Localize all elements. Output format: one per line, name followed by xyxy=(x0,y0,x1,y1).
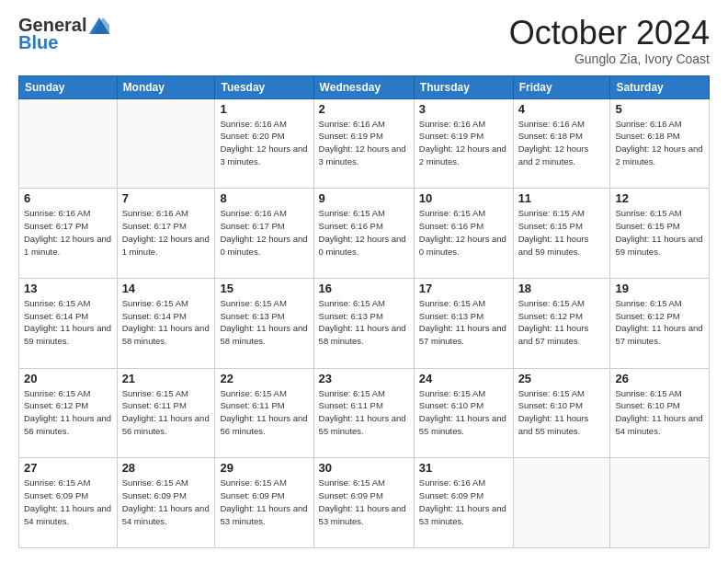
day-info: Sunrise: 6:16 AMSunset: 6:18 PMDaylight:… xyxy=(615,118,704,168)
day-number: 22 xyxy=(220,372,308,385)
day-number: 21 xyxy=(122,372,210,385)
logo-blue: Blue xyxy=(18,32,58,53)
calendar-week-5: 27Sunrise: 6:15 AMSunset: 6:09 PMDayligh… xyxy=(19,458,710,548)
day-number: 18 xyxy=(518,282,606,295)
day-info: Sunrise: 6:15 AMSunset: 6:13 PMDaylight:… xyxy=(319,297,409,348)
day-number: 19 xyxy=(615,282,704,295)
calendar-cell: 16Sunrise: 6:15 AMSunset: 6:13 PMDayligh… xyxy=(313,278,414,368)
day-info: Sunrise: 6:16 AMSunset: 6:17 PMDaylight:… xyxy=(24,207,112,258)
day-info: Sunrise: 6:15 AMSunset: 6:13 PMDaylight:… xyxy=(419,297,508,348)
calendar-cell: 4Sunrise: 6:16 AMSunset: 6:18 PMDaylight… xyxy=(513,98,610,189)
calendar-cell: 20Sunrise: 6:15 AMSunset: 6:12 PMDayligh… xyxy=(19,368,118,458)
calendar-cell: 28Sunrise: 6:15 AMSunset: 6:09 PMDayligh… xyxy=(117,458,215,548)
day-number: 16 xyxy=(319,282,409,295)
day-info: Sunrise: 6:16 AMSunset: 6:18 PMDaylight:… xyxy=(518,118,606,168)
day-number: 10 xyxy=(419,191,508,205)
day-info: Sunrise: 6:15 AMSunset: 6:16 PMDaylight:… xyxy=(419,207,508,258)
day-info: Sunrise: 6:15 AMSunset: 6:11 PMDaylight:… xyxy=(319,387,409,438)
calendar-cell: 3Sunrise: 6:16 AMSunset: 6:19 PMDaylight… xyxy=(414,98,513,189)
calendar-table: SundayMondayTuesdayWednesdayThursdayFrid… xyxy=(18,75,710,548)
calendar-cell: 2Sunrise: 6:16 AMSunset: 6:19 PMDaylight… xyxy=(313,98,414,189)
day-number: 4 xyxy=(518,102,606,116)
calendar-cell: 10Sunrise: 6:15 AMSunset: 6:16 PMDayligh… xyxy=(414,189,513,279)
day-number: 24 xyxy=(419,372,508,385)
calendar-cell: 24Sunrise: 6:15 AMSunset: 6:10 PMDayligh… xyxy=(414,368,513,458)
calendar-cell: 8Sunrise: 6:16 AMSunset: 6:17 PMDaylight… xyxy=(215,189,313,279)
day-number: 5 xyxy=(615,102,704,116)
day-number: 15 xyxy=(220,282,308,295)
day-number: 27 xyxy=(24,461,112,475)
day-info: Sunrise: 6:15 AMSunset: 6:10 PMDaylight:… xyxy=(518,387,606,438)
day-info: Sunrise: 6:15 AMSunset: 6:10 PMDaylight:… xyxy=(615,387,704,438)
day-info: Sunrise: 6:16 AMSunset: 6:19 PMDaylight:… xyxy=(419,118,508,168)
calendar-header: SundayMondayTuesdayWednesdayThursdayFrid… xyxy=(19,75,710,98)
day-number: 23 xyxy=(319,372,409,385)
day-number: 11 xyxy=(518,191,606,205)
calendar-cell: 27Sunrise: 6:15 AMSunset: 6:09 PMDayligh… xyxy=(19,458,118,548)
day-header-wednesday: Wednesday xyxy=(313,75,414,98)
calendar-week-4: 20Sunrise: 6:15 AMSunset: 6:12 PMDayligh… xyxy=(19,368,710,458)
day-info: Sunrise: 6:15 AMSunset: 6:16 PMDaylight:… xyxy=(319,207,409,258)
day-info: Sunrise: 6:15 AMSunset: 6:11 PMDaylight:… xyxy=(220,387,308,438)
calendar-cell xyxy=(513,458,610,548)
day-info: Sunrise: 6:15 AMSunset: 6:11 PMDaylight:… xyxy=(122,387,210,438)
day-number: 1 xyxy=(220,102,308,116)
calendar-week-2: 6Sunrise: 6:16 AMSunset: 6:17 PMDaylight… xyxy=(19,189,710,279)
day-info: Sunrise: 6:15 AMSunset: 6:12 PMDaylight:… xyxy=(615,297,704,348)
calendar-cell: 31Sunrise: 6:16 AMSunset: 6:09 PMDayligh… xyxy=(414,458,513,548)
calendar-week-3: 13Sunrise: 6:15 AMSunset: 6:14 PMDayligh… xyxy=(19,278,710,368)
calendar-cell: 12Sunrise: 6:15 AMSunset: 6:15 PMDayligh… xyxy=(610,189,710,279)
title-area: October 2024 Gunglo Zia, Ivory Coast xyxy=(509,15,710,66)
day-info: Sunrise: 6:15 AMSunset: 6:14 PMDaylight:… xyxy=(24,297,112,348)
calendar-cell: 26Sunrise: 6:15 AMSunset: 6:10 PMDayligh… xyxy=(610,368,710,458)
calendar-cell xyxy=(117,98,215,189)
calendar-cell: 13Sunrise: 6:15 AMSunset: 6:14 PMDayligh… xyxy=(19,278,118,368)
day-number: 20 xyxy=(24,372,112,385)
location: Gunglo Zia, Ivory Coast xyxy=(509,52,710,66)
calendar-week-1: 1Sunrise: 6:16 AMSunset: 6:20 PMDaylight… xyxy=(19,98,710,189)
day-info: Sunrise: 6:16 AMSunset: 6:19 PMDaylight:… xyxy=(319,118,409,168)
calendar-cell: 17Sunrise: 6:15 AMSunset: 6:13 PMDayligh… xyxy=(414,278,513,368)
day-info: Sunrise: 6:15 AMSunset: 6:09 PMDaylight:… xyxy=(319,477,409,527)
day-info: Sunrise: 6:15 AMSunset: 6:12 PMDaylight:… xyxy=(24,387,112,438)
calendar-body: 1Sunrise: 6:16 AMSunset: 6:20 PMDaylight… xyxy=(19,98,710,547)
calendar-cell: 21Sunrise: 6:15 AMSunset: 6:11 PMDayligh… xyxy=(117,368,215,458)
day-number: 8 xyxy=(220,191,308,205)
header: General Blue October 2024 Gunglo Zia, Iv… xyxy=(18,15,710,66)
day-number: 7 xyxy=(122,191,210,205)
calendar-cell: 1Sunrise: 6:16 AMSunset: 6:20 PMDaylight… xyxy=(215,98,313,189)
day-info: Sunrise: 6:15 AMSunset: 6:12 PMDaylight:… xyxy=(518,297,606,348)
calendar-cell xyxy=(610,458,710,548)
day-number: 13 xyxy=(24,282,112,295)
day-number: 14 xyxy=(122,282,210,295)
day-number: 12 xyxy=(615,191,704,205)
day-info: Sunrise: 6:15 AMSunset: 6:15 PMDaylight:… xyxy=(518,207,606,258)
day-info: Sunrise: 6:15 AMSunset: 6:09 PMDaylight:… xyxy=(24,477,112,527)
day-header-sunday: Sunday xyxy=(19,75,118,98)
calendar-cell: 5Sunrise: 6:16 AMSunset: 6:18 PMDaylight… xyxy=(610,98,710,189)
day-info: Sunrise: 6:15 AMSunset: 6:15 PMDaylight:… xyxy=(615,207,704,258)
calendar-cell: 19Sunrise: 6:15 AMSunset: 6:12 PMDayligh… xyxy=(610,278,710,368)
calendar-cell: 15Sunrise: 6:15 AMSunset: 6:13 PMDayligh… xyxy=(215,278,313,368)
days-of-week-row: SundayMondayTuesdayWednesdayThursdayFrid… xyxy=(19,75,710,98)
day-header-thursday: Thursday xyxy=(414,75,513,98)
day-number: 30 xyxy=(319,461,409,475)
day-header-tuesday: Tuesday xyxy=(215,75,313,98)
day-info: Sunrise: 6:15 AMSunset: 6:14 PMDaylight:… xyxy=(122,297,210,348)
calendar-cell: 14Sunrise: 6:15 AMSunset: 6:14 PMDayligh… xyxy=(117,278,215,368)
calendar-cell: 23Sunrise: 6:15 AMSunset: 6:11 PMDayligh… xyxy=(313,368,414,458)
day-info: Sunrise: 6:16 AMSunset: 6:17 PMDaylight:… xyxy=(220,207,308,258)
day-header-friday: Friday xyxy=(513,75,610,98)
calendar-cell: 7Sunrise: 6:16 AMSunset: 6:17 PMDaylight… xyxy=(117,189,215,279)
calendar-cell: 18Sunrise: 6:15 AMSunset: 6:12 PMDayligh… xyxy=(513,278,610,368)
day-number: 9 xyxy=(319,191,409,205)
calendar-cell xyxy=(19,98,118,189)
day-number: 3 xyxy=(419,102,508,116)
day-number: 28 xyxy=(122,461,210,475)
calendar-cell: 11Sunrise: 6:15 AMSunset: 6:15 PMDayligh… xyxy=(513,189,610,279)
month-title: October 2024 xyxy=(509,15,710,52)
calendar-cell: 25Sunrise: 6:15 AMSunset: 6:10 PMDayligh… xyxy=(513,368,610,458)
calendar-cell: 29Sunrise: 6:15 AMSunset: 6:09 PMDayligh… xyxy=(215,458,313,548)
day-header-monday: Monday xyxy=(117,75,215,98)
day-header-saturday: Saturday xyxy=(610,75,710,98)
